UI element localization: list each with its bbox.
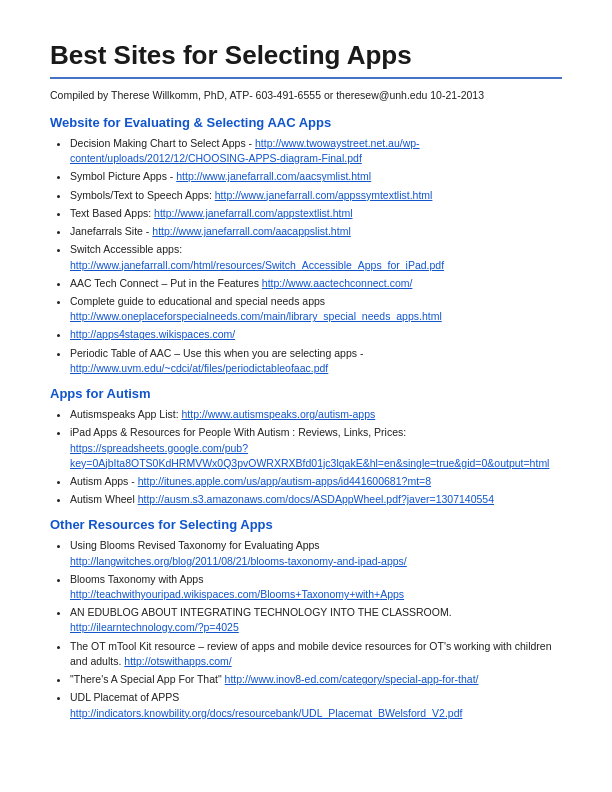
list-item: iPad Apps & Resources for People With Au… (70, 425, 562, 471)
section-aac-title: Website for Evaluating & Selecting AAC A… (50, 115, 562, 130)
list-item: Autism Wheel http://ausm.s3.amazonaws.co… (70, 492, 562, 507)
link-switch-accessible[interactable]: http://www.janefarrall.com/html/resource… (70, 259, 444, 271)
link-ipad-autism[interactable]: https://spreadsheets.google.com/pub?key=… (70, 442, 549, 469)
aac-list: Decision Making Chart to Select Apps - h… (70, 136, 562, 376)
title-divider (50, 77, 562, 79)
list-item: AAC Tech Connect – Put in the Features h… (70, 276, 562, 291)
link-janefarrals[interactable]: http://www.janefarrall.com/aacappslist.h… (152, 225, 350, 237)
link-symbol-picture[interactable]: http://www.janefarrall.com/aacsymlist.ht… (176, 170, 371, 182)
link-autism-wheel[interactable]: http://ausm.s3.amazonaws.com/docs/ASDApp… (138, 493, 494, 505)
compiled-by: Compiled by Therese Willkomm, PhD, ATP- … (50, 89, 562, 101)
list-item: Janefarrals Site - http://www.janefarral… (70, 224, 562, 239)
list-item: Autismspeaks App List: http://www.autism… (70, 407, 562, 422)
link-symbols-text[interactable]: http://www.janefarrall.com/appssymtextli… (215, 189, 433, 201)
list-item: Periodic Table of AAC – Use this when yo… (70, 346, 562, 376)
list-item: Autism Apps - http://itunes.apple.com/us… (70, 474, 562, 489)
section-other: Other Resources for Selecting Apps Using… (50, 517, 562, 720)
link-edublog[interactable]: http://ilearntechnology.com/?p=4025 (70, 621, 239, 633)
link-aac-tech[interactable]: http://www.aactechconnect.com/ (262, 277, 413, 289)
list-item: Switch Accessible apps: http://www.janef… (70, 242, 562, 272)
link-autismspeaks[interactable]: http://www.autismspeaks.org/autism-apps (181, 408, 375, 420)
link-complete-guide[interactable]: http://www.oneplaceforspecialneeds.com/m… (70, 310, 442, 322)
link-blooms-ipad[interactable]: http://teachwithyouripad.wikispaces.com/… (70, 588, 404, 600)
list-item: Symbols/Text to Speech Apps: http://www.… (70, 188, 562, 203)
list-item: Complete guide to educational and specia… (70, 294, 562, 324)
autism-list: Autismspeaks App List: http://www.autism… (70, 407, 562, 507)
list-item: UDL Placemat of APPS http://indicators.k… (70, 690, 562, 720)
link-special-app[interactable]: http://www.inov8-ed.com/category/special… (225, 673, 479, 685)
link-apps4stages[interactable]: http://apps4stages.wikispaces.com/ (70, 328, 235, 340)
list-item: Blooms Taxonomy with Apps http://teachwi… (70, 572, 562, 602)
link-blooms-taxonomy[interactable]: http://langwitches.org/blog/2011/08/21/b… (70, 555, 407, 567)
page-container: Best Sites for Selecting Apps Compiled b… (50, 40, 562, 721)
list-item: AN EDUBLOG ABOUT INTEGRATING TECHNOLOGY … (70, 605, 562, 635)
list-item: Text Based Apps: http://www.janefarrall.… (70, 206, 562, 221)
link-udl-placemat[interactable]: http://indicators.knowbility.org/docs/re… (70, 707, 462, 719)
section-autism-title: Apps for Autism (50, 386, 562, 401)
list-item: Using Blooms Revised Taxonomy for Evalua… (70, 538, 562, 568)
list-item: "There's A Special App For That" http://… (70, 672, 562, 687)
page-title: Best Sites for Selecting Apps (50, 40, 562, 71)
section-other-title: Other Resources for Selecting Apps (50, 517, 562, 532)
link-autism-apps[interactable]: http://itunes.apple.com/us/app/autism-ap… (138, 475, 431, 487)
list-item: Decision Making Chart to Select Apps - h… (70, 136, 562, 166)
section-autism: Apps for Autism Autismspeaks App List: h… (50, 386, 562, 507)
link-periodic-table[interactable]: http://www.uvm.edu/~cdci/at/files/period… (70, 362, 328, 374)
other-list: Using Blooms Revised Taxonomy for Evalua… (70, 538, 562, 720)
section-aac: Website for Evaluating & Selecting AAC A… (50, 115, 562, 376)
link-text-based[interactable]: http://www.janefarrall.com/appstextlist.… (154, 207, 352, 219)
link-ot-mtool[interactable]: http://otswithapps.com/ (124, 655, 231, 667)
list-item: The OT mTool Kit resource – review of ap… (70, 639, 562, 669)
list-item: http://apps4stages.wikispaces.com/ (70, 327, 562, 342)
list-item: Symbol Picture Apps - http://www.janefar… (70, 169, 562, 184)
